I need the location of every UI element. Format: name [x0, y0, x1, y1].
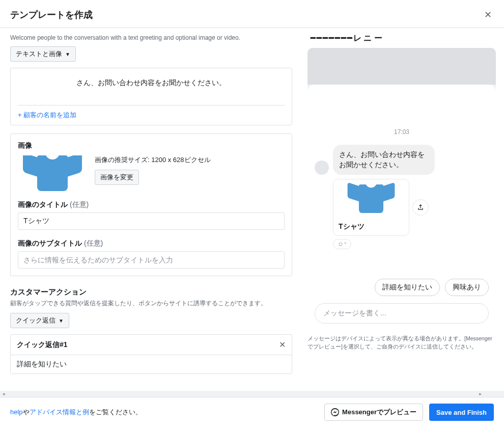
- greeting-card: さん、お問い合わせ内容をお聞かせください。 + 顧客の名前を追加: [10, 68, 292, 125]
- messenger-icon: [331, 408, 339, 416]
- phone-preview: 17:03 さん、お問い合わせ内容をお聞かせください。: [307, 48, 496, 329]
- emoji-picker[interactable]: ☺⁺: [333, 239, 489, 249]
- modal-header: テンプレートを作成 ✕: [0, 0, 504, 28]
- message-row: さん、お問い合わせ内容をお聞かせください。: [315, 145, 489, 175]
- action-type-dropdown[interactable]: クイック返信 ▼: [10, 313, 69, 328]
- messenger-preview-button[interactable]: Messengerでプレビュー: [324, 404, 423, 421]
- customer-action-section: カスタマーアクション 顧客がタップできる質問や返信を提案したり、ボタンからサイト…: [10, 287, 292, 374]
- quick-reply-chips: 詳細を知りたい 興味あり: [315, 279, 489, 296]
- attachment-title: Tシャツ: [333, 218, 409, 235]
- content-type-dropdown[interactable]: テキストと画像 ▼: [10, 46, 76, 62]
- footer-help-text: helpやアドバイス情報と例をご覧ください。: [10, 408, 142, 417]
- image-title-input[interactable]: [18, 212, 285, 230]
- share-icon[interactable]: [412, 199, 429, 216]
- compose-input[interactable]: メッセージを書く...: [315, 303, 489, 324]
- advice-link[interactable]: アドバイス情報と例: [30, 408, 89, 416]
- quick-reply-chip-2[interactable]: 興味あり: [445, 279, 489, 296]
- customer-action-desc: 顧客がタップできる質問や返信を提案したり、ボタンからサイトに誘導することができま…: [10, 299, 292, 308]
- preview-timestamp: 17:03: [315, 128, 489, 136]
- phone-status-bar: [307, 48, 496, 85]
- quick-reply-chip-1[interactable]: 詳細を知りたい: [375, 279, 440, 296]
- attachment-image: [333, 179, 409, 218]
- quick-reply-card-1: クイック返信#1 ✕: [10, 334, 292, 374]
- image-section-label: 画像: [18, 141, 285, 150]
- customer-action-title: カスタマーアクション: [10, 287, 292, 297]
- preview-header-partial: ━━━━━━━レ ニ ー: [307, 33, 496, 44]
- help-link[interactable]: help: [10, 408, 23, 416]
- quick-reply-title: クイック返信#1: [17, 340, 68, 350]
- avatar: [315, 161, 329, 175]
- scroll-left-icon[interactable]: ◄: [1, 392, 6, 396]
- modal-title: テンプレートを作成: [10, 9, 93, 21]
- messenger-preview-label: Messengerでプレビュー: [342, 408, 416, 417]
- tshirt-icon: [23, 155, 82, 191]
- scroll-right-icon[interactable]: ►: [478, 392, 483, 396]
- caret-down-icon: ▼: [59, 318, 64, 324]
- image-size-hint: 画像の推奨サイズ: 1200 x 628ピクセル: [95, 155, 285, 165]
- preview-note: メッセージはデバイスによって表示が異なる場合があります。[Messengerでプ…: [307, 335, 496, 351]
- greeting-text[interactable]: さん、お問い合わせ内容をお聞かせください。: [18, 75, 285, 101]
- image-subtitle-label: 画像のサブタイトル (任意): [18, 239, 285, 248]
- content-type-label: テキストと画像: [16, 49, 62, 59]
- image-card: 画像 画像の推奨サイズ: 1200 x 628ピクセル 画像を変更: [10, 134, 292, 276]
- add-customer-name-link[interactable]: + 顧客の名前を追加: [18, 105, 285, 120]
- attachment-card: Tシャツ: [333, 179, 489, 236]
- action-type-label: クイック返信: [16, 316, 55, 325]
- quick-reply-input[interactable]: [11, 355, 292, 373]
- add-reaction-icon[interactable]: ☺⁺: [333, 239, 351, 249]
- horizontal-scrollbar[interactable]: ◄ ►: [0, 391, 504, 397]
- save-finish-button[interactable]: Save and Finish: [429, 404, 494, 421]
- image-thumbnail[interactable]: [18, 155, 87, 191]
- tshirt-icon: [348, 184, 395, 213]
- close-icon[interactable]: ✕: [482, 7, 494, 22]
- preview-panel: ━━━━━━━レ ニ ー 17:03 さん、お問い合わせ内容をお聞かせください。: [302, 28, 504, 391]
- image-subtitle-input[interactable]: [18, 251, 285, 269]
- remove-quick-reply-icon[interactable]: ✕: [279, 340, 286, 350]
- message-bubble: さん、お問い合わせ内容をお聞かせください。: [333, 145, 435, 175]
- intro-text: Welcome people to the conversation with …: [10, 34, 292, 41]
- caret-down-icon: ▼: [65, 51, 70, 57]
- change-image-button[interactable]: 画像を変更: [95, 170, 139, 185]
- image-title-label: 画像のタイトル (任意): [18, 200, 285, 209]
- modal-footer: helpやアドバイス情報と例をご覧ください。 Messengerでプレビュー S…: [0, 397, 504, 427]
- editor-panel: Welcome people to the conversation with …: [0, 28, 302, 391]
